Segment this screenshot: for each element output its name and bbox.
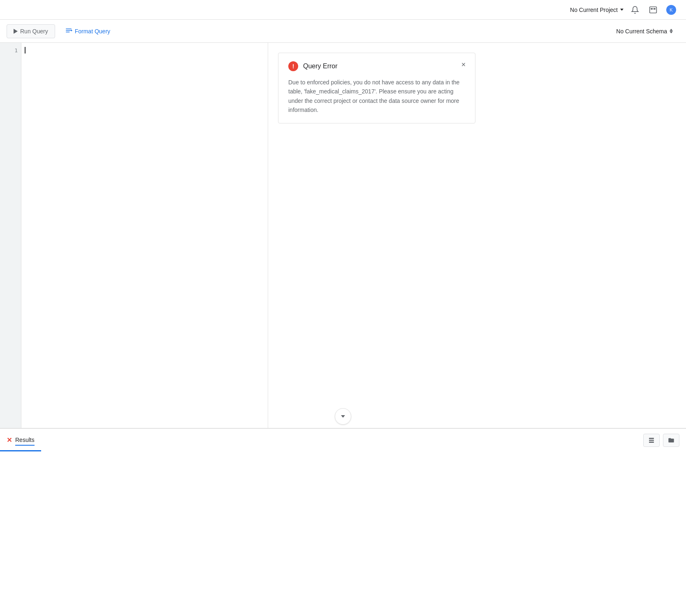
results-tab[interactable]: Results — [15, 435, 35, 446]
svg-rect-6 — [649, 438, 654, 439]
error-panel: ! Query Error × Due to enforced policies… — [268, 43, 686, 428]
run-icon — [14, 29, 18, 34]
svg-rect-0 — [650, 7, 657, 13]
schema-label: No Current Schema — [616, 28, 667, 35]
user-avatar[interactable]: K — [666, 5, 676, 15]
chevron-down-icon — [341, 415, 345, 418]
results-tab-label: Results — [15, 437, 35, 443]
text-cursor — [25, 47, 25, 53]
schema-selector[interactable]: No Current Schema — [616, 28, 673, 35]
error-message: Due to enforced policies, you do not hav… — [288, 78, 465, 115]
run-query-label: Run Query — [20, 28, 48, 35]
editor-section: 1 ! Query Error × Due to enforced polici… — [0, 43, 686, 428]
project-label: No Current Project — [570, 7, 618, 13]
svg-text:K: K — [670, 7, 673, 12]
svg-marker-5 — [71, 29, 72, 31]
error-title: Query Error — [303, 63, 465, 70]
cursor-line — [21, 46, 268, 54]
results-content — [0, 451, 686, 616]
format-query-label: Format Query — [75, 28, 110, 35]
results-actions — [643, 434, 679, 447]
query-editor[interactable] — [21, 43, 268, 428]
top-nav-bar: No Current Project K — [0, 0, 686, 20]
toolbar: Run Query Format Query No Current Schema — [0, 20, 686, 43]
collapse-handle-button[interactable] — [335, 408, 351, 425]
project-selector[interactable]: No Current Project — [570, 7, 623, 13]
results-tab-underline — [0, 450, 41, 451]
account-icon[interactable] — [648, 5, 658, 15]
error-close-button[interactable]: × — [459, 60, 468, 70]
error-circle-icon: ! — [288, 61, 298, 71]
svg-rect-1 — [651, 8, 653, 9]
main-area: 1 ! Query Error × Due to enforced polici… — [0, 43, 686, 616]
svg-rect-2 — [654, 8, 656, 9]
format-query-button[interactable]: Format Query — [58, 23, 117, 39]
line-numbers: 1 — [0, 43, 21, 428]
line-number-1: 1 — [0, 46, 21, 54]
schema-arrows-icon — [670, 29, 673, 33]
results-error-icon: ✕ — [7, 436, 12, 444]
results-section: ✕ Results — [0, 428, 686, 616]
results-table-view-button[interactable] — [643, 434, 660, 447]
project-chevron-icon — [620, 9, 623, 11]
svg-rect-8 — [649, 442, 654, 443]
error-card: ! Query Error × Due to enforced policies… — [278, 53, 475, 123]
run-query-button[interactable]: Run Query — [7, 24, 55, 38]
svg-rect-7 — [649, 439, 654, 441]
notification-icon[interactable] — [630, 5, 640, 15]
error-header: ! Query Error — [288, 61, 465, 71]
results-panel: ✕ Results — [0, 428, 686, 451]
results-folder-button[interactable] — [663, 434, 679, 447]
nav-icons: K — [630, 5, 676, 15]
format-icon — [65, 27, 72, 36]
